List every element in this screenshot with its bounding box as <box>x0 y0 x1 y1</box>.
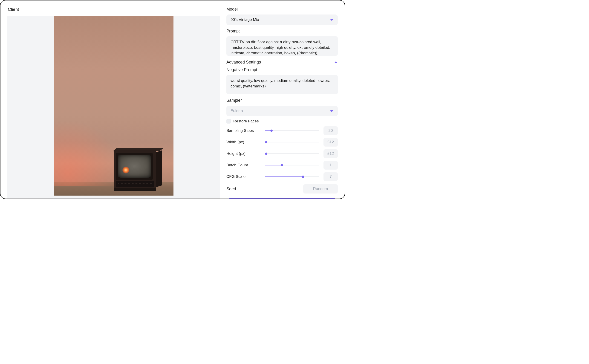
height-value[interactable]: 512 <box>324 149 338 158</box>
advanced-settings-label: Advanced Settings <box>227 60 261 65</box>
model-select[interactable]: 90's Vintage Mix <box>227 14 338 25</box>
prompt-text: CRT TV on dirt floor against a dirty rus… <box>231 40 330 55</box>
chevron-down-icon <box>330 110 334 112</box>
height-label: Height (px) <box>227 151 261 156</box>
left-panel: Client <box>0 0 225 199</box>
sampling-steps-value[interactable]: 20 <box>324 126 338 135</box>
model-label: Model <box>227 7 338 12</box>
batch-count-slider[interactable] <box>265 163 319 168</box>
height-slider[interactable] <box>265 151 319 156</box>
sampler-select-value: Euler a <box>231 109 243 113</box>
cfg-scale-label: CFG Scale <box>227 174 261 179</box>
batch-count-row: Batch Count 1 <box>227 161 338 169</box>
sampler-label: Sampler <box>227 98 338 103</box>
width-label: Width (px) <box>227 140 261 144</box>
chevron-down-icon <box>330 19 334 21</box>
restore-faces-row[interactable]: Restore Faces <box>227 119 338 124</box>
divider <box>264 62 331 62</box>
generate-button[interactable]: Generate <box>227 198 338 199</box>
sampler-select[interactable]: Euler a <box>227 106 338 116</box>
seed-placeholder: Random <box>313 187 328 191</box>
negative-prompt-text: worst quality, low quality, medium quali… <box>231 78 330 88</box>
width-value[interactable]: 512 <box>324 138 338 147</box>
client-title: Client <box>0 7 225 12</box>
image-preview-area <box>7 16 220 199</box>
generated-image <box>54 16 174 195</box>
settings-panel: Model 90's Vintage Mix Prompt CRT TV on … <box>225 0 345 199</box>
negative-prompt-input[interactable]: worst quality, low quality, medium quali… <box>227 75 338 94</box>
width-row: Width (px) 512 <box>227 138 338 147</box>
batch-count-value[interactable]: 1 <box>324 161 338 169</box>
batch-count-label: Batch Count <box>227 163 261 168</box>
sampling-steps-slider[interactable] <box>265 128 319 133</box>
prompt-input[interactable]: CRT TV on dirt floor against a dirty rus… <box>227 36 338 56</box>
app-window: Client Model 90's Vintage M <box>0 0 345 199</box>
cfg-scale-row: CFG Scale 7 <box>227 172 338 181</box>
seed-input[interactable]: Random <box>303 184 338 194</box>
restore-faces-checkbox[interactable] <box>227 119 231 124</box>
restore-faces-label: Restore Faces <box>233 119 259 124</box>
width-slider[interactable] <box>265 140 319 144</box>
height-row: Height (px) 512 <box>227 149 338 158</box>
seed-label: Seed <box>227 187 236 191</box>
advanced-settings-toggle[interactable]: Advanced Settings <box>227 60 338 65</box>
image-haze <box>54 122 123 186</box>
chevron-up-icon <box>334 61 338 63</box>
cfg-scale-slider[interactable] <box>265 174 319 179</box>
sampling-steps-label: Sampling Steps <box>227 128 261 133</box>
image-crt-tv <box>114 150 156 189</box>
prompt-label: Prompt <box>227 29 338 34</box>
cfg-scale-value[interactable]: 7 <box>324 172 338 181</box>
negative-prompt-label: Negative Prompt <box>227 67 338 72</box>
seed-row: Seed Random <box>227 184 338 194</box>
model-select-value: 90's Vintage Mix <box>231 18 259 22</box>
sampling-steps-row: Sampling Steps 20 <box>227 126 338 135</box>
